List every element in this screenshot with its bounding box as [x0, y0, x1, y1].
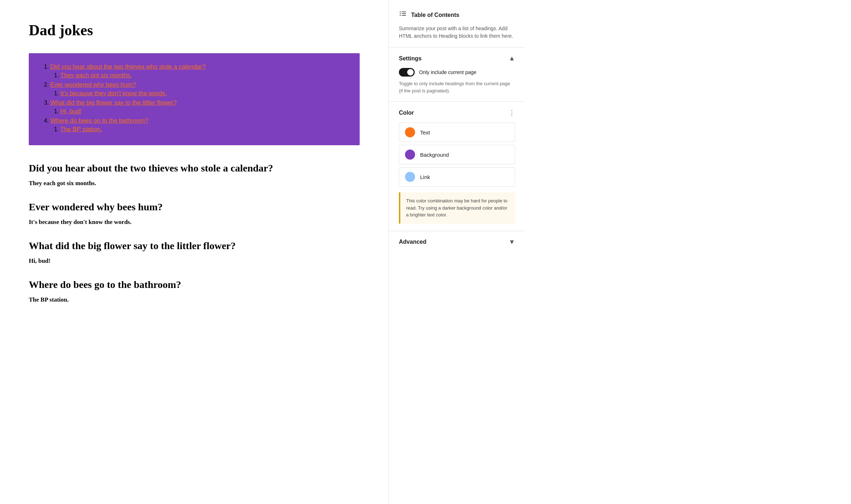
color-item-link[interactable]: Link — [399, 167, 515, 187]
toc-subitem-2-1: It's because they don't know the words. — [60, 90, 347, 97]
link-color-swatch — [405, 172, 415, 182]
svg-rect-0 — [400, 12, 401, 12]
heading-3: What did the big flower say to the littl… — [29, 240, 360, 252]
settings-header[interactable]: Settings ▲ — [399, 55, 515, 62]
text-color-label: Text — [420, 129, 430, 136]
svg-rect-5 — [402, 15, 406, 16]
color-warning: This color combination may be hard for p… — [399, 192, 515, 224]
toggle-row: Only include current page — [399, 68, 515, 77]
paragraph-4: The BP station. — [29, 296, 360, 303]
main-content: Dad jokes Did you hear about the two thi… — [0, 0, 388, 504]
settings-description: Toggle to only include headings from the… — [399, 80, 515, 94]
advanced-chevron-icon: ▼ — [509, 238, 515, 246]
color-warning-text: This color combination may be hard for p… — [406, 198, 508, 217]
advanced-title: Advanced — [399, 239, 426, 245]
toc-panel-title: Table of Contents — [411, 12, 459, 18]
advanced-panel: Advanced ▼ — [389, 231, 525, 253]
section-1: Did you hear about the two thieves who s… — [29, 162, 360, 187]
color-panel: Color ⋮ Text Background Link This color … — [389, 102, 525, 231]
toc-link-3[interactable]: What did the big flower say to the littl… — [50, 99, 177, 106]
svg-rect-4 — [400, 15, 401, 16]
background-color-label: Background — [420, 152, 449, 158]
toc-item-1: Did you hear about the two thieves who s… — [50, 63, 347, 79]
toc-item-2: Ever wondered why bees hum? It's because… — [50, 81, 347, 97]
toc-link-4[interactable]: Where do bees go to the bathroom? — [50, 117, 148, 124]
paragraph-3: Hi, bud! — [29, 257, 360, 265]
svg-rect-2 — [400, 13, 401, 14]
toc-item-4: Where do bees go to the bathroom? The BP… — [50, 117, 347, 133]
background-color-swatch — [405, 150, 415, 160]
section-4: Where do bees go to the bathroom? The BP… — [29, 279, 360, 303]
toc-sublink-2-1[interactable]: It's because they don't know the words. — [60, 90, 167, 97]
toc-subitem-1-1: They each got six months. — [60, 72, 347, 79]
toc-subitem-4-1: The BP station. — [60, 126, 347, 133]
toc-block: Did you hear about the two thieves who s… — [29, 53, 360, 145]
paragraph-1: They each got six months. — [29, 180, 360, 187]
toc-sublink-3-1[interactable]: Hi, bud! — [60, 108, 82, 115]
toc-panel-icon — [399, 10, 407, 20]
toc-link-1[interactable]: Did you hear about the two thieves who s… — [50, 63, 206, 70]
sidebar: Table of Contents Summarize your post wi… — [388, 0, 525, 504]
only-current-page-toggle[interactable] — [399, 68, 415, 77]
section-3: What did the big flower say to the littl… — [29, 240, 360, 265]
settings-title: Settings — [399, 55, 422, 62]
toc-subitem-3-1: Hi, bud! — [60, 108, 347, 115]
color-panel-title: Color — [399, 110, 414, 116]
post-title: Dad jokes — [29, 22, 360, 39]
toc-item-3: What did the big flower say to the littl… — [50, 99, 347, 115]
color-panel-header: Color ⋮ — [399, 109, 515, 117]
paragraph-2: It's because they don't know the words. — [29, 219, 360, 226]
toc-sublink-1-1[interactable]: They each got six months. — [60, 72, 132, 79]
settings-panel: Settings ▲ Only include current page Tog… — [389, 47, 525, 102]
color-menu-icon[interactable]: ⋮ — [509, 109, 515, 117]
toc-list: Did you hear about the two thieves who s… — [42, 63, 347, 133]
section-2: Ever wondered why bees hum? It's because… — [29, 201, 360, 226]
settings-chevron-icon: ▲ — [509, 55, 515, 62]
color-item-text[interactable]: Text — [399, 123, 515, 142]
link-color-label: Link — [420, 174, 430, 180]
svg-rect-3 — [402, 13, 406, 14]
heading-2: Ever wondered why bees hum? — [29, 201, 360, 213]
toc-sublink-4-1[interactable]: The BP station. — [60, 126, 102, 133]
text-color-swatch — [405, 127, 415, 137]
heading-1: Did you hear about the two thieves who s… — [29, 162, 360, 174]
svg-rect-1 — [402, 12, 406, 12]
toggle-label: Only include current page — [419, 69, 477, 75]
toc-panel-header: Table of Contents — [399, 10, 515, 20]
toc-panel-description: Summarize your post with a list of headi… — [399, 25, 515, 40]
color-item-background[interactable]: Background — [399, 145, 515, 164]
toc-sidebar-panel: Table of Contents Summarize your post wi… — [389, 0, 525, 47]
advanced-header[interactable]: Advanced ▼ — [399, 238, 515, 246]
heading-4: Where do bees go to the bathroom? — [29, 279, 360, 290]
toc-link-2[interactable]: Ever wondered why bees hum? — [50, 81, 136, 88]
